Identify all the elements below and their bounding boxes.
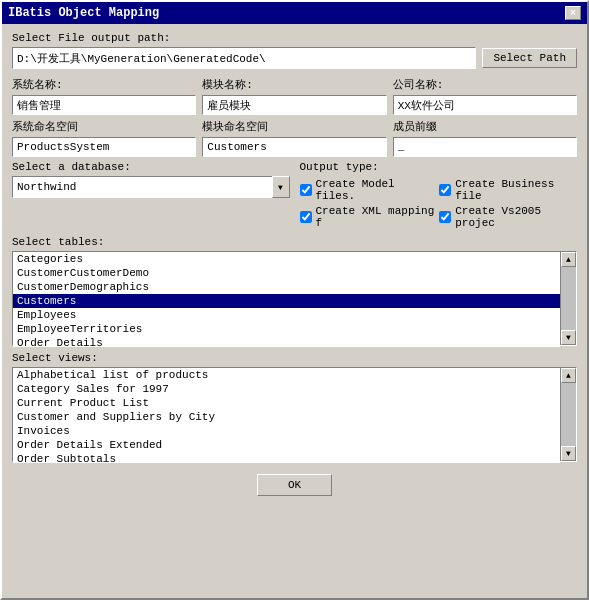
names-row: 系统名称: 模块名称: 公司名称:: [12, 77, 577, 115]
close-button[interactable]: ×: [565, 6, 581, 20]
module-namespace-label: 模块命名空间: [202, 119, 386, 134]
views-scroll-track: [561, 383, 576, 446]
window-title: IBatis Object Mapping: [8, 6, 159, 20]
module-namespace-group: 模块命名空间: [202, 119, 386, 157]
database-section: Select a database: Northwind ▼: [12, 161, 290, 198]
views-scroll-down[interactable]: ▼: [561, 446, 576, 461]
database-dropdown-arrow[interactable]: ▼: [272, 176, 290, 198]
tables-listbox-container: CategoriesCustomerCustomerDemoCustomerDe…: [12, 251, 577, 346]
views-scrollbar: ▲ ▼: [560, 368, 576, 461]
company-name-input[interactable]: [393, 95, 577, 115]
module-name-label: 模块名称:: [202, 77, 386, 92]
file-path-row: Select Path: [12, 47, 577, 69]
tables-listbox[interactable]: CategoriesCustomerCustomerDemoCustomerDe…: [13, 252, 560, 347]
main-window: IBatis Object Mapping × Select File outp…: [0, 0, 589, 600]
ok-button[interactable]: OK: [257, 474, 332, 496]
table-row[interactable]: Categories: [13, 252, 560, 266]
database-label: Select a database:: [12, 161, 290, 173]
table-row[interactable]: Order Details: [13, 336, 560, 347]
checkbox-model-label: Create Model files.: [316, 178, 438, 202]
system-name-label: 系统名称:: [12, 77, 196, 92]
view-row[interactable]: Invoices: [13, 424, 560, 438]
system-namespace-group: 系统命名空间: [12, 119, 196, 157]
member-prefix-input[interactable]: [393, 137, 577, 157]
checkbox-vs2005-input[interactable]: [439, 211, 451, 223]
view-row[interactable]: Alphabetical list of products: [13, 368, 560, 382]
output-type-section: Output type: Create Model files. Create …: [300, 161, 578, 230]
content-area: Select File output path: Select Path 系统名…: [2, 24, 587, 598]
view-row[interactable]: Order Details Extended: [13, 438, 560, 452]
module-namespace-input[interactable]: [202, 137, 386, 157]
title-bar-buttons: ×: [565, 6, 581, 20]
views-listbox[interactable]: Alphabetical list of productsCategory Sa…: [13, 368, 560, 463]
views-scroll-up[interactable]: ▲: [561, 368, 576, 383]
table-row[interactable]: Employees: [13, 308, 560, 322]
tables-scroll-up[interactable]: ▲: [561, 252, 576, 267]
checkbox-model-input[interactable]: [300, 184, 312, 196]
checkbox-xml-label: Create XML mapping f: [316, 205, 438, 229]
output-type-label: Output type:: [300, 161, 578, 173]
member-prefix-group: 成员前缀: [393, 119, 577, 157]
checkbox-xml-input[interactable]: [300, 211, 312, 223]
checkbox-vs2005[interactable]: Create Vs2005 projec: [439, 205, 577, 229]
company-name-group: 公司名称:: [393, 77, 577, 115]
module-name-group: 模块名称:: [202, 77, 386, 115]
system-namespace-input[interactable]: [12, 137, 196, 157]
table-row[interactable]: CustomerDemographics: [13, 280, 560, 294]
views-label: Select views:: [12, 352, 577, 364]
table-row[interactable]: CustomerCustomerDemo: [13, 266, 560, 280]
table-row[interactable]: EmployeeTerritories: [13, 322, 560, 336]
views-section: Select views: Alphabetical list of produ…: [12, 352, 577, 462]
view-row[interactable]: Customer and Suppliers by City: [13, 410, 560, 424]
select-path-button[interactable]: Select Path: [482, 48, 577, 68]
checkbox-business-input[interactable]: [439, 184, 451, 196]
table-row[interactable]: Customers: [13, 294, 560, 308]
title-bar: IBatis Object Mapping ×: [2, 2, 587, 24]
namespace-row: 系统命名空间 模块命名空间 成员前缀: [12, 119, 577, 157]
company-name-label: 公司名称:: [393, 77, 577, 92]
view-row[interactable]: Current Product List: [13, 396, 560, 410]
checkbox-business[interactable]: Create Business file: [439, 178, 577, 202]
member-prefix-label: 成员前缀: [393, 119, 577, 134]
module-name-input[interactable]: [202, 95, 386, 115]
tables-scroll-down[interactable]: ▼: [561, 330, 576, 345]
file-path-input[interactable]: [12, 47, 476, 69]
tables-section: Select tables: CategoriesCustomerCustome…: [12, 236, 577, 346]
file-path-label: Select File output path:: [12, 32, 577, 44]
system-name-group: 系统名称:: [12, 77, 196, 115]
checkbox-model[interactable]: Create Model files.: [300, 178, 438, 202]
system-namespace-label: 系统命名空间: [12, 119, 196, 134]
views-listbox-container: Alphabetical list of productsCategory Sa…: [12, 367, 577, 462]
db-output-row: Select a database: Northwind ▼ Output ty…: [12, 161, 577, 230]
tables-scroll-track: [561, 267, 576, 330]
checkbox-business-label: Create Business file: [455, 178, 577, 202]
ok-row: OK: [12, 470, 577, 500]
database-select[interactable]: Northwind: [12, 176, 290, 198]
checkbox-xml[interactable]: Create XML mapping f: [300, 205, 438, 229]
checkbox-vs2005-label: Create Vs2005 projec: [455, 205, 577, 229]
view-row[interactable]: Order Subtotals: [13, 452, 560, 463]
tables-scrollbar: ▲ ▼: [560, 252, 576, 345]
database-select-wrapper: Northwind ▼: [12, 176, 290, 198]
view-row[interactable]: Category Sales for 1997: [13, 382, 560, 396]
checkboxes-grid: Create Model files. Create Business file…: [300, 178, 578, 230]
system-name-input[interactable]: [12, 95, 196, 115]
tables-label: Select tables:: [12, 236, 577, 248]
